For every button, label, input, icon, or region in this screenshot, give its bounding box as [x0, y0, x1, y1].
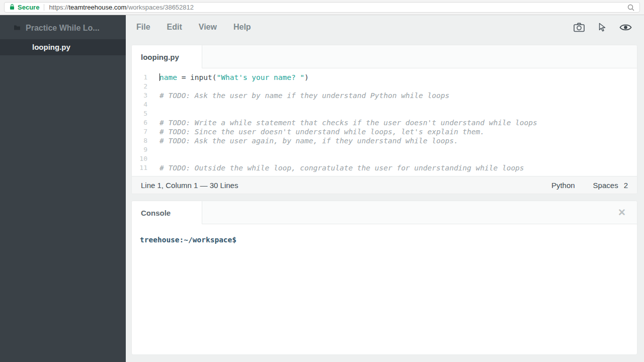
sidebar-file-looping-py[interactable]: looping.py — [0, 39, 126, 55]
code-line: 11# TODO: Outside the while loop, congra… — [132, 163, 637, 172]
tab-looping-py[interactable]: looping.py — [132, 45, 202, 68]
menu-view[interactable]: View — [199, 23, 217, 32]
camera-icon[interactable] — [574, 23, 585, 32]
editor-tab-bar: looping.py — [132, 45, 637, 68]
code-line: 3# TODO: Ask the user by name if they un… — [132, 91, 637, 100]
menu-file[interactable]: File — [136, 23, 150, 32]
code-text[interactable] — [147, 154, 159, 163]
code-line: 2 — [132, 82, 637, 91]
indent-selector[interactable]: Spaces 2 — [593, 181, 628, 190]
menu-edit[interactable]: Edit — [167, 23, 182, 32]
code-lines: 1name = input("What's your name? ")23# T… — [132, 73, 637, 172]
line-number: 2 — [132, 82, 147, 91]
line-number: 8 — [132, 136, 147, 145]
folder-icon — [14, 24, 21, 33]
indent-label: Spaces — [593, 181, 618, 190]
language-selector[interactable]: Python — [551, 181, 575, 190]
cursor-position-status: Line 1, Column 1 — 30 Lines — [141, 181, 551, 190]
code-text[interactable] — [147, 109, 159, 118]
line-number: 10 — [132, 154, 147, 163]
workspace-main: File Edit View Help looping.py 1name = i… — [126, 15, 644, 362]
file-name: looping.py — [32, 43, 70, 51]
line-number: 5 — [132, 109, 147, 118]
code-text[interactable] — [147, 82, 159, 91]
line-number: 9 — [132, 145, 147, 154]
code-line: 7# TODO: Since the user doesn't understa… — [132, 127, 637, 136]
browser-chrome: Secure https://teamtreehouse.com/workspa… — [0, 0, 644, 15]
console-tab-bar: Console ✕ — [132, 201, 637, 224]
editor-status-bar: Line 1, Column 1 — 30 Lines Python Space… — [132, 176, 637, 194]
terminal-prompt: treehouse:~/workspace$ — [140, 236, 236, 244]
url-domain: teamtreehouse.com — [68, 4, 126, 11]
code-line: 10 — [132, 154, 637, 163]
project-title: Practice While Lo... — [26, 24, 100, 33]
editor-panel: looping.py 1name = input("What's your na… — [132, 45, 637, 194]
code-line: 4 — [132, 100, 637, 109]
url-protocol: https:// — [49, 4, 68, 11]
code-line: 5 — [132, 109, 637, 118]
toolbar — [574, 15, 632, 39]
menu-bar: File Edit View Help — [126, 15, 644, 39]
url-separator — [44, 4, 44, 11]
code-line: 8# TODO: Ask the user again, by name, if… — [132, 136, 637, 145]
tab-console[interactable]: Console — [132, 201, 202, 224]
code-text[interactable]: # TODO: Write a while statement that che… — [147, 118, 537, 127]
code-line: 9 — [132, 145, 637, 154]
code-line: 1name = input("What's your name? ") — [132, 73, 637, 82]
secure-label: Secure — [18, 4, 39, 11]
editor-tab-label: looping.py — [141, 53, 179, 61]
line-number: 4 — [132, 100, 147, 109]
indent-value: 2 — [624, 181, 628, 190]
console-tab-label: Console — [141, 209, 171, 217]
project-header: Practice While Lo... — [0, 15, 126, 39]
line-number: 1 — [132, 73, 147, 82]
eye-icon[interactable] — [619, 23, 632, 32]
line-number: 11 — [132, 163, 147, 172]
file-sidebar: Practice While Lo... looping.py — [0, 15, 126, 362]
terminal[interactable]: treehouse:~/workspace$ — [132, 224, 637, 255]
code-text[interactable]: # TODO: Ask the user by name if they und… — [147, 91, 449, 100]
url-path: /workspaces/38652812 — [126, 4, 194, 11]
line-number: 3 — [132, 91, 147, 100]
code-text[interactable] — [147, 145, 159, 154]
zoom-icon[interactable] — [627, 4, 634, 11]
console-panel: Console ✕ treehouse:~/workspace$ — [132, 201, 637, 354]
code-text[interactable]: # TODO: Ask the user again, by name, if … — [147, 136, 458, 145]
code-text[interactable] — [147, 100, 159, 109]
menu-help[interactable]: Help — [233, 23, 251, 32]
line-number: 6 — [132, 118, 147, 127]
address-bar[interactable]: Secure https://teamtreehouse.com/workspa… — [4, 2, 640, 13]
pointer-icon[interactable] — [598, 23, 606, 32]
code-text[interactable]: # TODO: Since the user doesn't understan… — [147, 127, 485, 136]
lock-icon — [10, 4, 15, 12]
code-text[interactable]: # TODO: Outside the while loop, congratu… — [147, 163, 524, 172]
code-line: 6# TODO: Write a while statement that ch… — [132, 118, 637, 127]
line-number: 7 — [132, 127, 147, 136]
close-icon[interactable]: ✕ — [618, 208, 626, 217]
code-text[interactable]: name = input("What's your name? ") — [147, 73, 309, 82]
code-editor[interactable]: 1name = input("What's your name? ")23# T… — [132, 69, 637, 176]
